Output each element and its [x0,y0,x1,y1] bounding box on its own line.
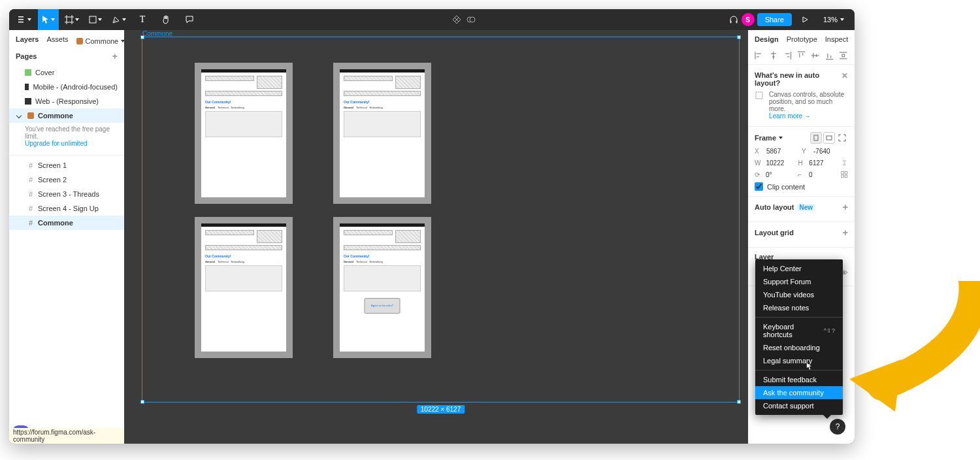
menu-item-help-center[interactable]: Help Center [755,262,843,275]
mockup-page: Our Community! GeneralTechnicalNetworkin… [201,223,286,352]
resize-handle[interactable] [737,35,741,39]
tab-inspect[interactable]: Inspect [825,35,848,47]
tab-design[interactable]: Design [755,35,779,47]
hand-tool[interactable] [155,9,176,30]
align-bottom-icon[interactable] [825,51,834,60]
menu-item-submit-feedback[interactable]: Submit feedback [755,373,843,386]
component-icon[interactable] [452,15,461,24]
page-icon [25,98,31,105]
clip-content-checkbox[interactable] [755,182,763,191]
rotation-input[interactable]: 0° [766,171,792,178]
add-auto-layout-button[interactable]: + [843,202,848,212]
frame-label: Screen 2 [38,176,67,184]
menu-separator [755,370,843,370]
status-url: https://forum.figma.com/ask-community [9,428,124,444]
chevron-down-icon [98,18,102,21]
align-controls [748,47,855,65]
menu-item-reset-onboarding[interactable]: Reset onboarding [755,341,843,354]
figma-app: T S Share 13% Layers Assets [9,9,855,444]
menu-item-release-notes[interactable]: Release notes [755,301,843,314]
frame-item[interactable]: #Screen 2 [9,172,124,187]
page-dropdown[interactable]: Commone [76,37,125,45]
orientation-landscape[interactable] [823,132,835,144]
artboard[interactable]: Our Community! GeneralTechnicalNetworkin… [195,217,293,358]
tab-layers[interactable]: Layers [16,35,39,47]
svg-rect-13 [845,175,848,178]
w-input[interactable]: 10222 [766,159,792,167]
avatar[interactable]: S [742,13,755,26]
svg-rect-10 [841,172,844,174]
menu-item-contact-support[interactable]: Contact support [755,399,843,412]
add-layout-grid-button[interactable]: + [843,227,848,238]
auto-layout-section: Auto layoutNew + [748,197,855,222]
svg-rect-0 [18,16,24,18]
page-icon [25,84,29,90]
menu-item-support-forum[interactable]: Support Forum [755,275,843,288]
learn-more-link[interactable]: Learn more → [769,112,811,120]
menu-item-keyboard-shortcuts[interactable]: Keyboard shortcuts ^⇧? [755,320,843,341]
tab-prototype[interactable]: Prototype [787,35,817,47]
chevron-down-icon [75,18,79,21]
pages-list: Cover Mobile - (Android-focused) Web - (… [9,65,124,123]
whats-new-panel: What's new in auto layout? ✕ Canvas cont… [748,65,855,127]
frame-item-selected[interactable]: #Commone [9,216,124,230]
page-item-selected[interactable]: Commone [9,108,124,123]
artboard[interactable]: Our Community! GeneralTechnicalNetworkin… [333,217,431,358]
y-input[interactable]: -7640 [813,148,843,155]
frame-dropdown[interactable]: Frame [755,134,783,142]
pen-tool[interactable] [108,9,129,30]
artboard[interactable]: Our Community! GeneralTechnicalNetworkin… [333,63,431,204]
resize-handle[interactable] [140,400,144,404]
move-tool[interactable] [38,9,59,30]
menu-item-legal[interactable]: Legal summary [755,354,843,367]
menu-item-youtube[interactable]: YouTube videos [755,288,843,301]
zoom-dropdown[interactable]: 13% [818,16,849,24]
upgrade-link[interactable]: Upgrade for unlimited [25,140,118,147]
headphones-icon[interactable] [728,14,739,25]
resize-handle[interactable] [140,35,144,39]
add-page-button[interactable]: + [112,51,118,61]
radius-input[interactable]: 0 [809,171,836,178]
page-label: Web - (Responsive) [35,97,99,105]
present-button[interactable] [794,9,815,30]
share-button[interactable]: Share [757,13,792,26]
comment-tool[interactable] [179,9,200,30]
orientation-portrait[interactable] [810,132,822,144]
close-icon[interactable]: ✕ [841,71,848,87]
canvas-area[interactable]: Commone 10222 × 6127 Our Community! Gene… [124,30,748,444]
distribute-icon[interactable] [839,51,848,60]
align-right-icon[interactable] [783,51,792,60]
constrain-proportions-icon[interactable] [841,159,848,167]
page-icon [25,69,31,76]
page-item[interactable]: Cover [9,65,124,80]
mask-icon[interactable] [466,15,476,24]
frame-tool[interactable] [61,9,82,30]
resize-handle[interactable] [737,400,741,404]
main-menu-button[interactable] [14,9,35,30]
frame-item[interactable]: #Screen 4 - Sign Up [9,201,124,216]
page-item[interactable]: Web - (Responsive) [9,94,124,108]
individual-corners-icon[interactable] [841,171,848,178]
h-input[interactable]: 6127 [809,159,836,167]
tab-assets[interactable]: Assets [46,35,68,47]
svg-rect-8 [814,135,818,140]
x-input[interactable]: 5867 [766,148,796,155]
frame-item[interactable]: #Screen 1 [9,158,124,172]
w-label: W [755,159,760,167]
frame-icon: # [27,219,34,227]
help-button[interactable]: ? [830,419,845,435]
align-top-icon[interactable] [797,51,806,60]
menu-item-ask-community[interactable]: Ask the community [755,386,843,399]
whats-new-body: Canvas controls, absolute position, and … [769,91,844,112]
align-vcenter-icon[interactable] [811,51,820,60]
page-item[interactable]: Mobile - (Android-focused) [9,80,124,94]
dimension-badge: 10222 × 6127 [417,405,465,414]
align-left-icon[interactable] [755,51,764,60]
shape-tool[interactable] [85,9,106,30]
text-tool[interactable]: T [132,9,153,30]
resize-to-fit[interactable] [836,132,848,144]
mock-heading: Our Community! [340,252,425,260]
artboard[interactable]: Our Community! GeneralTechnicalNetworkin… [195,63,293,204]
frame-item[interactable]: #Screen 3 - Threads [9,187,124,201]
align-hcenter-icon[interactable] [769,51,778,60]
